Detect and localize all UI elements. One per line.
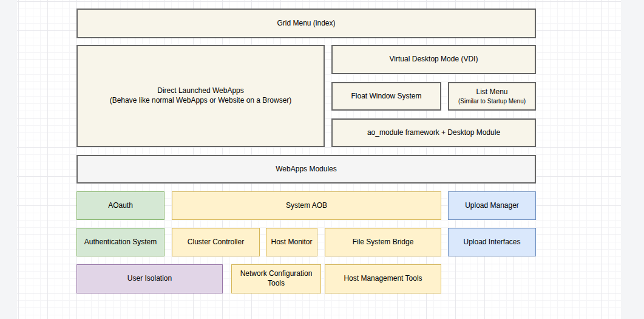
node-network-configuration-tools[interactable]: Network Configuration Tools <box>231 264 321 293</box>
node-label: Upload Manager <box>465 201 519 211</box>
node-aoauth[interactable]: AOauth <box>76 191 164 220</box>
node-label: File System Bridge <box>353 238 414 247</box>
node-label: List Menu <box>476 87 507 97</box>
node-label: User Isolation <box>127 274 172 284</box>
node-ao-module-framework[interactable]: ao_module framework + Desktop Module <box>331 118 536 147</box>
node-cluster-controller[interactable]: Cluster Controller <box>172 228 260 256</box>
node-float-window-system[interactable]: Float Window System <box>331 82 441 111</box>
node-user-isolation[interactable]: User Isolation <box>76 264 223 293</box>
node-webapps-modules[interactable]: WebApps Modules <box>76 155 536 184</box>
node-label: Grid Menu (index) <box>277 19 335 29</box>
node-list-menu[interactable]: List Menu (Similar to Startup Menu) <box>448 82 536 111</box>
node-label: Upload Interfaces <box>463 238 520 247</box>
node-label: AOauth <box>108 201 133 211</box>
node-label: Direct Launched WebApps <box>157 86 244 96</box>
node-label: System AOB <box>286 201 327 211</box>
node-virtual-desktop-mode[interactable]: Virtual Desktop Mode (VDI) <box>331 45 536 74</box>
diagram-canvas-viewport: Grid Menu (index) Direct Launched WebApp… <box>0 0 644 319</box>
node-upload-interfaces[interactable]: Upload Interfaces <box>448 228 536 256</box>
node-direct-launched-webapps[interactable]: Direct Launched WebApps (Behave like nor… <box>76 45 325 147</box>
node-label: ao_module framework + Desktop Module <box>367 128 500 138</box>
node-upload-manager[interactable]: Upload Manager <box>448 191 536 220</box>
node-file-system-bridge[interactable]: File System Bridge <box>325 228 441 256</box>
node-label: WebApps Modules <box>276 165 337 174</box>
node-system-aob[interactable]: System AOB <box>172 191 441 220</box>
node-label: Virtual Desktop Mode (VDI) <box>390 55 478 64</box>
node-host-monitor[interactable]: Host Monitor <box>266 228 317 256</box>
node-label-line2: (Behave like normal WebApps or Website o… <box>110 96 292 106</box>
node-label: Network Configuration Tools <box>236 269 317 289</box>
node-host-management-tools[interactable]: Host Management Tools <box>325 264 441 293</box>
node-label: Float Window System <box>351 92 421 101</box>
node-sublabel: (Similar to Startup Menu) <box>458 97 526 105</box>
node-label: Host Management Tools <box>344 274 422 284</box>
node-label: Cluster Controller <box>188 238 244 247</box>
node-label: Authentication System <box>84 238 157 247</box>
node-grid-menu[interactable]: Grid Menu (index) <box>76 9 536 38</box>
node-label: Host Monitor <box>271 238 312 247</box>
node-authentication-system[interactable]: Authentication System <box>76 228 164 256</box>
